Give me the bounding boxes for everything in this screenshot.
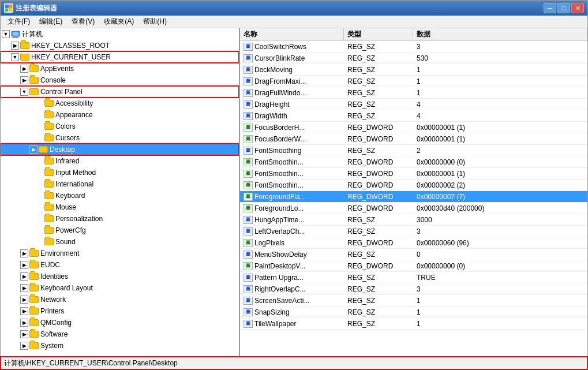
tree-node-appevents[interactable]: ▶ AppEvents <box>1 63 239 74</box>
minimize-button[interactable]: ─ <box>544 3 556 13</box>
table-row[interactable]: 圖 FontSmoothin... REG_DWORD 0x00000001 (… <box>240 168 587 180</box>
expand-qmconfig[interactable]: ▶ <box>20 319 28 327</box>
tree-node-sound[interactable]: Sound <box>1 236 239 248</box>
expand-identities[interactable]: ▶ <box>20 272 28 281</box>
svg-rect-3 <box>9 8 12 12</box>
appevents-label: AppEvents <box>40 65 74 73</box>
maximize-button[interactable]: □ <box>557 3 570 13</box>
tree-node-hkcu[interactable]: ▼ HKEY_CURRENT_USER <box>1 51 239 63</box>
table-row[interactable]: 圖 CoolSwitchRows REG_SZ 3 <box>240 41 587 53</box>
col-header-data[interactable]: 数据 <box>413 28 587 40</box>
expand-hkcr[interactable]: ▶ <box>11 42 19 50</box>
tree-node-identities[interactable]: ▶ Identities <box>1 271 239 282</box>
cell-data: 0x00000000 (0) <box>413 158 587 166</box>
tree-node-personalization[interactable]: Personalization <box>1 213 239 225</box>
expand-appevents[interactable]: ▶ <box>20 65 28 73</box>
table-row[interactable]: 圖 DragWidth REG_SZ 4 <box>240 110 587 122</box>
international-icon <box>44 180 54 188</box>
network-icon <box>29 296 39 304</box>
title-bar-left: 注册表编辑器 <box>4 3 57 13</box>
table-row[interactable]: 圖 FontSmoothin... REG_DWORD 0x00000000 (… <box>240 156 587 168</box>
table-row[interactable]: 圖 MenuShowDelay REG_SZ 0 <box>240 249 587 260</box>
table-row[interactable]: 圖 DragHeight REG_SZ 4 <box>240 99 587 110</box>
table-row[interactable]: 圖 FocusBorderW... REG_DWORD 0x00000001 (… <box>240 133 587 145</box>
cell-data: 4 <box>413 112 587 120</box>
tree-node-environment[interactable]: ▶ Environment <box>1 248 239 259</box>
expand-controlpanel[interactable]: ▼ <box>20 88 28 96</box>
menu-item-帮助(H)[interactable]: 帮助(H) <box>138 16 171 28</box>
table-row[interactable]: 圖 CursorBlinkRate REG_SZ 530 <box>240 53 587 64</box>
tree-node-inputmethod[interactable]: Input Method <box>1 167 239 178</box>
expand-hkcu[interactable]: ▼ <box>11 53 19 61</box>
tree-node-eudc[interactable]: ▶ EUDC <box>1 259 239 271</box>
table-row[interactable]: 圖 DragFullWindo... REG_SZ 1 <box>240 87 587 99</box>
cell-type: REG_SZ <box>344 274 413 282</box>
tree-node-appearance[interactable]: Appearance <box>1 109 239 121</box>
cell-data: 0x00000002 (2) <box>413 181 587 189</box>
table-row[interactable]: 圖 FontSmoothing REG_SZ 2 <box>240 145 587 156</box>
menu-item-查看(V)[interactable]: 查看(V) <box>67 16 99 28</box>
table-row[interactable]: 圖 LogPixels REG_DWORD 0x00000060 (96) <box>240 237 587 249</box>
main-window: 注册表编辑器 ─ □ ✕ 文件(F)编辑(E)查看(V)收藏夹(A)帮助(H) … <box>0 0 588 370</box>
expand-network[interactable]: ▶ <box>20 296 28 304</box>
tree-node-powercfg[interactable]: PowerCfg <box>1 225 239 236</box>
app-icon <box>4 3 13 13</box>
expand-eudc[interactable]: ▶ <box>20 261 28 269</box>
expand-environment[interactable]: ▶ <box>20 249 28 257</box>
tree-node-international[interactable]: International <box>1 178 239 190</box>
tree-node-system[interactable]: ▶ System <box>1 340 239 352</box>
tree-node-software[interactable]: ▶ Software <box>1 328 239 340</box>
table-row[interactable]: 圖 DockMoving REG_SZ 1 <box>240 64 587 76</box>
cell-type: REG_SZ <box>344 66 413 74</box>
expand-printers[interactable]: ▶ <box>20 307 28 315</box>
col-header-name[interactable]: 名称 <box>240 28 344 40</box>
cell-data: 0x00000001 (1) <box>413 170 587 178</box>
table-row[interactable]: 圖 HungAppTime... REG_SZ 3000 <box>240 214 587 226</box>
tree-node-infrared[interactable]: Infrared <box>1 155 239 167</box>
col-header-type[interactable]: 类型 <box>344 28 413 40</box>
expand-keyboardlayout[interactable]: ▶ <box>20 284 28 292</box>
tree-node-colors[interactable]: Colors <box>1 121 239 132</box>
tree-node-keyboardlayout[interactable]: ▶ Keyboard Layout <box>1 282 239 294</box>
table-row[interactable]: 圖 SnapSizing REG_SZ 1 <box>240 307 587 318</box>
table-row[interactable]: 圖 TileWallpaper REG_SZ 1 <box>240 318 587 330</box>
table-row[interactable]: 圖 ForegroundFla... REG_DWORD 0x00000007 … <box>240 191 587 203</box>
expand-system[interactable]: ▶ <box>20 342 28 350</box>
menu-item-编辑(E)[interactable]: 编辑(E) <box>35 16 67 28</box>
tree-node-printers[interactable]: ▶ Printers <box>1 305 239 317</box>
tree-node-console[interactable]: ▶ Console <box>1 74 239 86</box>
table-row[interactable]: 圖 FontSmoothin... REG_DWORD 0x00000002 (… <box>240 180 587 191</box>
tree-node-controlpanel[interactable]: ▼ Control Panel <box>1 86 239 98</box>
tree-node-accessibility[interactable]: Accessibility <box>1 98 239 109</box>
tree-node-computer[interactable]: ▼ 计算机 <box>1 28 239 40</box>
tree-node-mouse[interactable]: Mouse <box>1 201 239 213</box>
table-row[interactable]: 圖 ScreenSaveActi... REG_SZ 1 <box>240 295 587 307</box>
table-row[interactable]: 圖 PaintDesktopV... REG_DWORD 0x00000000 … <box>240 260 587 272</box>
menu-item-收藏夹(A)[interactable]: 收藏夹(A) <box>99 16 138 28</box>
data-table[interactable]: 圖 CoolSwitchRows REG_SZ 3 圖 CursorBlinkR… <box>240 41 587 357</box>
tree-node-keyboard[interactable]: Keyboard <box>1 190 239 201</box>
tree-node-desktop[interactable]: ▶ Desktop <box>1 144 239 155</box>
table-row[interactable]: 圖 RightOverlapC... REG_SZ 3 <box>240 283 587 295</box>
table-row[interactable]: 圖 LeftOverlapCh... REG_SZ 3 <box>240 226 587 237</box>
cell-name: 圖 CursorBlinkRate <box>240 54 344 62</box>
expand-software[interactable]: ▶ <box>20 330 28 338</box>
expand-computer[interactable]: ▼ <box>2 30 10 38</box>
close-button[interactable]: ✕ <box>571 3 584 13</box>
cell-type: REG_DWORD <box>344 262 413 270</box>
tree-node-qmconfig[interactable]: ▶ QMConfig <box>1 317 239 328</box>
tree-node-hkcr[interactable]: ▶ HKEY_CLASSES_ROOT <box>1 40 239 51</box>
table-row[interactable]: 圖 FocusBorderH... REG_DWORD 0x00000001 (… <box>240 122 587 133</box>
table-row[interactable]: 圖 ForegroundLo... REG_DWORD 0x00030d40 (… <box>240 203 587 214</box>
menu-item-文件(F)[interactable]: 文件(F) <box>3 16 35 28</box>
table-row[interactable]: 圖 Pattern Upgra... REG_SZ TRUE <box>240 272 587 283</box>
cell-type: REG_DWORD <box>344 193 413 201</box>
table-row[interactable]: 圖 DragFromMaxi... REG_SZ 1 <box>240 76 587 87</box>
expand-desktop[interactable]: ▶ <box>29 145 38 154</box>
tree-node-network[interactable]: ▶ Network <box>1 294 239 305</box>
tree-scroll[interactable]: ▼ 计算机 ▶ <box>1 28 239 357</box>
tree-node-cursors[interactable]: Cursors <box>1 132 239 144</box>
expand-console[interactable]: ▶ <box>20 76 28 84</box>
dword-icon: 圖 <box>244 124 253 132</box>
menu-bar: 文件(F)编辑(E)查看(V)收藏夹(A)帮助(H) <box>1 16 587 28</box>
